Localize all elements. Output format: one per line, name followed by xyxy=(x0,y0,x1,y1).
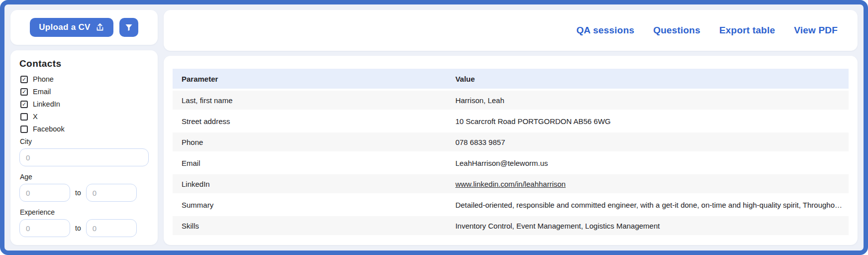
checkbox-icon xyxy=(20,88,28,96)
cv-details-table: Parameter Value Last, first name Harriso… xyxy=(173,67,849,237)
table-row: Phone 078 6833 9857 xyxy=(173,132,849,151)
age-range-separator: to xyxy=(75,189,81,197)
age-range: to xyxy=(19,184,149,202)
table-row: Email LeahHarrison@teleworm.us xyxy=(173,153,849,172)
table-row: Skills Inventory Control, Event Manageme… xyxy=(173,216,849,235)
table-row: Summary Detailed-oriented, responsible a… xyxy=(173,195,849,214)
value-cell: Detailed-oriented, responsible and commi… xyxy=(446,195,849,214)
checkbox-email[interactable]: Email xyxy=(20,88,149,96)
experience-range: to xyxy=(19,219,149,237)
age-label: Age xyxy=(20,173,149,181)
sidebar: Upload a CV Contacts xyxy=(10,10,158,245)
city-input[interactable] xyxy=(19,148,149,166)
column-header-value: Value xyxy=(446,69,849,89)
table-row: Last, first name Harrison, Leah xyxy=(173,91,849,110)
upload-cv-button-label: Upload a CV xyxy=(39,22,90,32)
checkbox-linkedin[interactable]: LinkedIn xyxy=(20,100,149,108)
checkbox-label: X xyxy=(33,113,38,121)
param-cell: LinkedIn xyxy=(173,174,446,193)
param-cell: Last, first name xyxy=(173,91,446,110)
age-to-input[interactable] xyxy=(86,184,137,202)
cv-details-card: Parameter Value Last, first name Harriso… xyxy=(164,56,858,245)
param-cell: Summary xyxy=(173,195,446,214)
column-header-parameter: Parameter xyxy=(173,69,446,89)
param-cell: Phone xyxy=(173,132,446,151)
city-label: City xyxy=(20,137,149,145)
checkbox-icon xyxy=(20,113,28,121)
filters-panel: Contacts Phone Email LinkedIn X Facebook xyxy=(10,50,158,245)
experience-label: Experience xyxy=(20,208,149,216)
checkbox-phone[interactable]: Phone xyxy=(20,75,149,83)
value-cell: 078 6833 9857 xyxy=(446,132,849,151)
checkbox-label: LinkedIn xyxy=(33,100,60,108)
experience-range-separator: to xyxy=(75,224,81,232)
upload-card: Upload a CV xyxy=(10,10,158,45)
param-cell: Email xyxy=(173,153,446,172)
linkedin-link[interactable]: www.linkedin.com/in/leahharrison xyxy=(455,180,566,188)
filter-icon xyxy=(124,23,133,32)
value-cell: www.linkedin.com/in/leahharrison xyxy=(446,174,849,193)
value-cell: LeahHarrison@teleworm.us xyxy=(446,153,849,172)
checkbox-label: Email xyxy=(33,88,51,96)
contacts-title: Contacts xyxy=(19,58,149,69)
age-from-input[interactable] xyxy=(19,184,70,202)
value-cell: Harrison, Leah xyxy=(446,91,849,110)
table-row: LinkedIn www.linkedin.com/in/leahharriso… xyxy=(173,174,849,193)
upload-icon xyxy=(96,23,104,32)
checkbox-icon xyxy=(20,101,28,108)
main-area: QA sessions Questions Export table View … xyxy=(164,10,858,245)
nav-export-table[interactable]: Export table xyxy=(719,25,775,36)
value-cell: Inventory Control, Event Management, Log… xyxy=(446,216,849,235)
checkbox-icon xyxy=(20,76,28,83)
checkbox-label: Facebook xyxy=(33,125,65,133)
checkbox-label: Phone xyxy=(33,75,54,83)
experience-from-input[interactable] xyxy=(19,219,70,237)
table-header-row: Parameter Value xyxy=(173,69,849,89)
nav-qa-sessions[interactable]: QA sessions xyxy=(577,25,635,36)
upload-cv-button[interactable]: Upload a CV xyxy=(30,18,113,37)
checkbox-x[interactable]: X xyxy=(20,113,149,121)
nav-questions[interactable]: Questions xyxy=(653,25,700,36)
filter-button[interactable] xyxy=(119,18,138,37)
param-cell: Street address xyxy=(173,112,446,130)
value-cell: 10 Scarcroft Road PORTGORDON AB56 6WG xyxy=(446,112,849,130)
app-window: Upload a CV Contacts xyxy=(0,0,868,255)
experience-to-input[interactable] xyxy=(86,219,137,237)
top-nav: QA sessions Questions Export table View … xyxy=(164,10,858,51)
nav-view-pdf[interactable]: View PDF xyxy=(794,25,838,36)
table-row: Street address 10 Scarcroft Road PORTGOR… xyxy=(173,112,849,130)
checkbox-icon xyxy=(20,126,28,133)
checkbox-facebook[interactable]: Facebook xyxy=(20,125,149,133)
param-cell: Skills xyxy=(173,216,446,235)
